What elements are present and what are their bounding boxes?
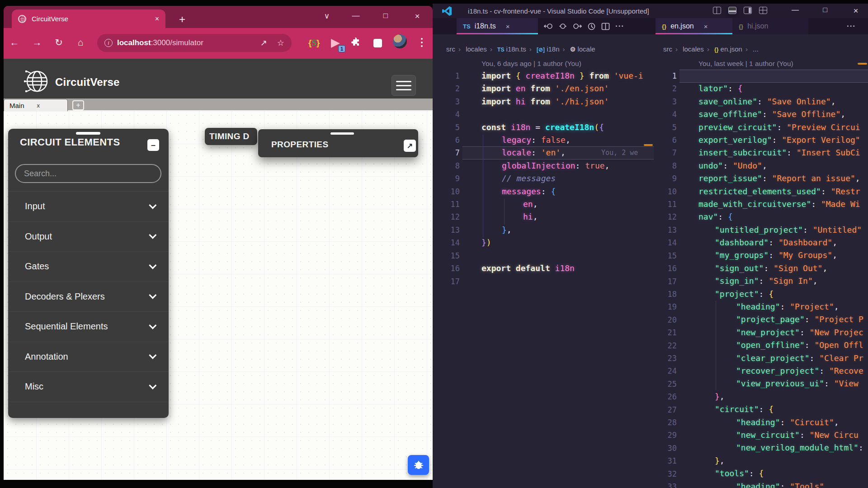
panel-collapse-button[interactable]: – <box>147 139 159 151</box>
chevron-down-icon[interactable] <box>149 291 156 299</box>
code-token: createI18n <box>526 71 575 80</box>
code-line-1 <box>698 70 868 82</box>
line-number: 6 <box>656 134 677 146</box>
properties-expand-button[interactable]: ↗ <box>404 140 416 152</box>
code-token: "new_project" <box>736 328 800 337</box>
customize-layout-icon[interactable] <box>759 7 767 14</box>
home-icon[interactable]: ⌂ <box>72 34 89 51</box>
category-row-output[interactable]: Output <box>8 222 169 252</box>
browser-maximize-button[interactable]: □ <box>380 11 392 20</box>
category-row-misc[interactable]: Misc <box>8 372 169 402</box>
reload-icon[interactable]: ↻ <box>51 34 67 51</box>
code-line-2: lator": { <box>698 82 868 95</box>
category-row-decoders-plexers[interactable]: Decoders & Plexers <box>8 282 169 312</box>
split-editor-icon[interactable] <box>601 23 610 30</box>
vscode-maximize-button[interactable]: □ <box>820 6 830 14</box>
browser-minimize-button[interactable]: — <box>350 11 362 20</box>
profile-avatar[interactable] <box>393 34 407 48</box>
bookmark-star-icon[interactable]: ☆ <box>277 38 284 48</box>
tab-close-icon[interactable]: × <box>704 23 708 30</box>
side-panel-icon[interactable] <box>373 39 382 47</box>
extensions-puzzle-icon[interactable] <box>351 37 361 49</box>
new-tab-button[interactable]: + <box>179 13 185 26</box>
vscode-minimize-button[interactable]: — <box>790 6 801 14</box>
code-token: : <box>772 135 782 145</box>
breadcrumb[interactable]: src› locales› {} en.json› ... <box>663 45 759 53</box>
code-token: : <box>759 276 769 286</box>
url-text[interactable]: localhost:3000/simulator <box>117 38 203 47</box>
simulator-canvas[interactable]: CIRCUIT ELEMENTS – InputOutputGatesDecod… <box>4 111 433 480</box>
circuit-tab-main[interactable]: Main x <box>4 99 68 111</box>
chevron-down-icon[interactable] <box>149 201 156 209</box>
next-change-icon[interactable] <box>573 22 582 30</box>
code-line-9: // messages <box>481 172 643 185</box>
timing-diagram-panel[interactable]: TIMING D <box>205 128 257 145</box>
toggle-panel-icon[interactable] <box>728 7 736 14</box>
code-line-2: import en from './en.json' <box>481 82 643 95</box>
category-row-sequential-elements[interactable]: Sequential Elements <box>8 312 169 342</box>
code-token: , <box>533 212 538 221</box>
code-line-31: }, <box>698 455 868 467</box>
chevron-down-icon[interactable] <box>149 231 156 239</box>
site-info-icon[interactable]: i <box>104 39 113 47</box>
chevron-down-icon[interactable] <box>149 261 156 269</box>
chevron-down-icon[interactable] <box>149 381 156 389</box>
code-token: './en.json' <box>555 84 609 93</box>
code-token: from <box>585 71 614 80</box>
category-row-input[interactable]: Input <box>8 192 169 222</box>
address-bar[interactable]: i localhost:3000/simulator ↗ ☆ <box>97 34 292 52</box>
code-content[interactable]: import { createI18n } from 'vue-iimport … <box>481 70 643 288</box>
forward-icon[interactable]: → <box>29 34 45 51</box>
browser-menu-icon[interactable] <box>418 34 426 51</box>
tab-close-icon[interactable]: × <box>506 23 510 30</box>
code-content[interactable]: lator": {save_online": "Save Online",sav… <box>698 70 868 488</box>
code-token: : <box>800 430 810 440</box>
code-token: : <box>759 404 769 414</box>
add-circuit-button[interactable]: + <box>72 100 84 110</box>
extension-s-icon[interactable]: {S} <box>308 38 320 48</box>
code-line-21: "new_project": "New Projec <box>698 326 868 339</box>
category-row-gates[interactable]: Gates <box>8 252 169 282</box>
back-icon[interactable]: ← <box>6 34 23 51</box>
browser-close-button[interactable]: × <box>411 11 423 21</box>
more-actions-icon[interactable]: ··· <box>615 22 624 31</box>
code-line-5: preview_circuit": "Preview Circui <box>698 121 868 134</box>
tab-en-json[interactable]: {} en.json × <box>656 18 732 34</box>
report-bug-button[interactable] <box>408 455 429 475</box>
code-line-3: save_online": "Save Online", <box>698 95 868 108</box>
code-token: "View <box>834 379 863 388</box>
code-token: false <box>541 135 566 145</box>
toggle-secondary-sidebar-icon[interactable] <box>744 7 752 14</box>
tab-close-icon[interactable]: × <box>155 15 159 23</box>
editor-group-1[interactable]: src› locales› TS i18n.ts› [⊘] i18n› ⚙ lo… <box>433 34 654 488</box>
browser-toolbar: ← → ↻ ⌂ i localhost:3000/simulator ↗ ☆ {… <box>4 28 433 59</box>
code-token: "my_groups" <box>715 250 769 260</box>
category-label: Output <box>25 231 52 242</box>
tab-i18n-ts[interactable]: TS i18n.ts × <box>457 18 538 34</box>
editor-group-2[interactable]: src› locales› {} en.json› ... You, last … <box>656 34 868 488</box>
circuitverse-brand[interactable]: CircuitVerse <box>55 76 119 89</box>
tab-hi-json[interactable]: {} hi.json <box>732 18 808 34</box>
vscode-close-button[interactable]: × <box>850 6 861 16</box>
circuitverse-logo-icon[interactable] <box>22 67 51 98</box>
split-editor-layout-icon[interactable] <box>713 7 721 14</box>
chevron-down-icon[interactable] <box>149 321 156 329</box>
change-icon[interactable] <box>558 22 567 30</box>
circuit-tab-close-icon[interactable]: x <box>37 102 40 109</box>
browser-tab-circuitverse[interactable]: CircuitVerse × <box>12 9 165 28</box>
hamburger-menu-icon[interactable] <box>392 75 416 96</box>
panel-drag-handle[interactable] <box>76 132 100 135</box>
chevron-down-icon[interactable] <box>149 352 156 359</box>
browser-window: CircuitVerse × + ∨ — □ × ← → ↻ ⌂ i local… <box>4 6 433 480</box>
code-token: , <box>840 109 845 119</box>
share-icon[interactable]: ↗ <box>260 38 267 48</box>
prev-change-icon[interactable] <box>544 22 553 30</box>
panel-drag-handle[interactable] <box>330 132 354 135</box>
tab-search-chevron-icon[interactable]: ∨ <box>321 11 333 21</box>
timeline-history-icon[interactable] <box>587 22 596 31</box>
breadcrumb[interactable]: src› locales› TS i18n.ts› [⊘] i18n› ⚙ lo… <box>446 45 595 53</box>
code-line-7: locale: 'en',You, 2 we <box>481 146 643 159</box>
more-actions-icon[interactable]: ··· <box>847 22 856 31</box>
category-row-annotation[interactable]: Annotation <box>8 342 169 372</box>
elements-search-input[interactable] <box>15 164 161 183</box>
